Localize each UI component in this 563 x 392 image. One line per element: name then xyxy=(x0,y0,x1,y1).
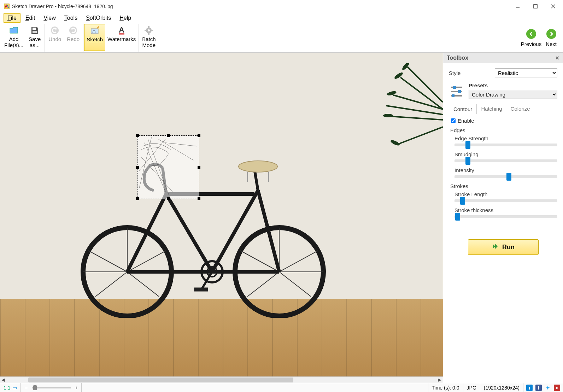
svg-point-22 xyxy=(401,63,410,71)
menu-file[interactable]: File xyxy=(4,13,20,23)
scroll-thumb[interactable] xyxy=(28,378,293,382)
undo-icon xyxy=(50,25,60,35)
save-icon xyxy=(30,25,40,35)
strokes-slider-label-1: Stroke thickness xyxy=(454,207,557,213)
zoom-in-button[interactable]: + xyxy=(75,385,78,391)
sketch-preview xyxy=(137,136,199,199)
run-play-icon xyxy=(492,243,499,252)
svg-line-33 xyxy=(279,251,318,272)
svg-rect-54 xyxy=(453,86,456,89)
edges-slider-label-2: Intensity xyxy=(454,167,557,173)
svg-text:A: A xyxy=(119,25,124,34)
fit-screen-icon[interactable]: ▭ xyxy=(12,385,17,391)
svg-rect-17 xyxy=(151,30,153,31)
next-label: Next xyxy=(546,41,557,47)
previous-arrow-icon xyxy=(526,29,536,39)
svg-rect-6 xyxy=(33,31,37,33)
toolbox-tabs: Contour Hatching Colorize xyxy=(449,104,557,114)
undo-label: Undo xyxy=(48,36,61,42)
svg-line-47 xyxy=(254,169,258,191)
svg-rect-2 xyxy=(534,5,537,8)
status-format: JPG xyxy=(463,383,480,392)
zoom-out-button[interactable]: − xyxy=(24,385,27,391)
svg-rect-15 xyxy=(148,33,149,35)
next-arrow-icon xyxy=(546,29,556,39)
sketch-button[interactable]: Sketch xyxy=(84,24,105,51)
redo-icon xyxy=(68,25,78,35)
twitter-icon[interactable]: ✦ xyxy=(545,385,551,391)
scroll-left-arrow[interactable]: ◄ xyxy=(0,377,6,383)
strokes-group-title: Strokes xyxy=(450,183,557,189)
folder-add-icon xyxy=(9,25,19,35)
previous-button[interactable]: Previous xyxy=(521,29,541,47)
svg-line-39 xyxy=(127,194,166,272)
youtube-icon[interactable]: ▶ xyxy=(554,385,560,391)
menu-edit[interactable]: Edit xyxy=(22,14,39,22)
save-as-button[interactable]: Save as... xyxy=(25,24,44,51)
batch-mode-label: Batch Mode xyxy=(142,36,156,48)
svg-point-21 xyxy=(390,139,400,147)
status-time: Time (s): 0.0 xyxy=(428,383,463,392)
social-links: i f ✦ ▶ xyxy=(523,385,563,391)
tab-contour[interactable]: Contour xyxy=(449,104,477,114)
watermarks-icon: A xyxy=(117,25,127,35)
window-title: Sketch Drawer Pro - bicycle-789648_1920.… xyxy=(12,4,514,9)
enable-checkbox[interactable] xyxy=(451,118,456,123)
strokes-slider-0[interactable] xyxy=(454,199,557,202)
tab-colorize[interactable]: Colorize xyxy=(506,104,534,114)
toolbox-panel: Toolbox ✕ Style Realistic Presets Color … xyxy=(443,53,563,383)
facebook-icon[interactable]: f xyxy=(535,385,542,391)
menu-bar: File Edit View Tools SoftOrbits Help xyxy=(0,13,563,23)
watermarks-button[interactable]: A Watermarks xyxy=(105,24,138,51)
previous-label: Previous xyxy=(521,41,541,47)
menu-softorbits[interactable]: SoftOrbits xyxy=(82,14,115,22)
menu-help[interactable]: Help xyxy=(116,14,135,22)
presets-dropdown[interactable]: Color Drawing xyxy=(469,90,557,99)
next-button[interactable]: Next xyxy=(546,29,557,47)
batch-mode-button[interactable]: Batch Mode xyxy=(140,24,158,51)
edges-slider-1[interactable] xyxy=(454,159,557,162)
close-button[interactable] xyxy=(550,3,557,10)
svg-line-35 xyxy=(279,272,311,297)
tab-hatching[interactable]: Hatching xyxy=(477,104,506,114)
info-icon[interactable]: i xyxy=(526,385,533,391)
canvas-area: ◄ ► xyxy=(0,53,443,383)
sketch-icon xyxy=(90,26,100,36)
menu-tools[interactable]: Tools xyxy=(61,14,81,22)
svg-rect-58 xyxy=(452,94,454,97)
zoom-ratio-label: 1:1 xyxy=(4,385,10,391)
toolbox-header: Toolbox ✕ xyxy=(443,53,563,63)
presets-icon xyxy=(449,83,464,99)
image-canvas[interactable] xyxy=(0,53,443,376)
minimize-button[interactable] xyxy=(514,3,521,10)
edges-slider-2[interactable] xyxy=(454,175,557,178)
zoom-slider[interactable] xyxy=(32,387,71,388)
style-dropdown[interactable]: Realistic xyxy=(495,68,557,77)
toolbox-close-button[interactable]: ✕ xyxy=(555,55,559,61)
strokes-slider-1[interactable] xyxy=(454,215,557,218)
bicycle-image xyxy=(71,148,336,318)
menu-view[interactable]: View xyxy=(40,14,59,22)
undo-button[interactable]: Undo xyxy=(46,24,64,51)
style-label: Style xyxy=(449,70,495,76)
svg-line-27 xyxy=(88,251,127,272)
svg-line-51 xyxy=(201,272,212,289)
maximize-button[interactable] xyxy=(532,3,539,10)
scroll-right-arrow[interactable]: ► xyxy=(436,377,443,383)
gear-icon xyxy=(144,25,154,35)
toolbox-title: Toolbox xyxy=(447,55,468,61)
svg-line-36 xyxy=(247,272,279,297)
svg-point-48 xyxy=(239,161,277,172)
add-files-button[interactable]: Add File(s)... xyxy=(2,24,25,51)
nav-toolbar: Previous Next xyxy=(521,29,562,47)
enable-label: Enable xyxy=(458,118,474,124)
edges-slider-0[interactable] xyxy=(454,144,557,146)
run-button[interactable]: Run xyxy=(468,239,539,255)
run-label: Run xyxy=(502,244,515,251)
selection-rectangle[interactable] xyxy=(137,135,199,199)
svg-point-20 xyxy=(383,114,393,117)
redo-button[interactable]: Redo xyxy=(64,24,82,51)
svg-rect-52 xyxy=(194,288,208,291)
main-toolbar: Add File(s)... Save as... Undo Redo Sket… xyxy=(0,23,563,52)
horizontal-scrollbar[interactable]: ◄ ► xyxy=(0,376,443,383)
